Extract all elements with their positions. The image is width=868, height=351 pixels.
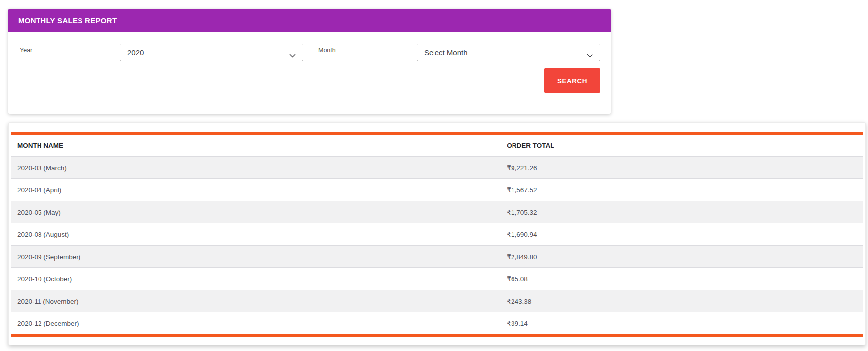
table-row: 2020-09 (September) ₹2,849.80 bbox=[11, 246, 863, 268]
year-label: Year bbox=[20, 47, 32, 54]
sales-table-body: 2020-03 (March) ₹9,221.26 2020-04 (April… bbox=[11, 157, 863, 336]
order-total-cell: ₹1,690.94 bbox=[501, 223, 863, 246]
year-select[interactable]: 2020 bbox=[120, 44, 303, 61]
table-row: 2020-03 (March) ₹9,221.26 bbox=[11, 157, 863, 179]
month-name-cell: 2020-12 (December) bbox=[11, 312, 501, 336]
monthly-sales-report-card: MONTHLY SALES REPORT Year 2020 Month Sel… bbox=[8, 9, 611, 114]
order-total-cell: ₹9,221.26 bbox=[501, 157, 863, 179]
table-row: 2020-10 (October) ₹65.08 bbox=[11, 268, 863, 290]
sales-table-header: MONTH NAME ORDER TOTAL bbox=[11, 134, 863, 157]
order-total-cell: ₹65.08 bbox=[501, 268, 863, 290]
order-total-cell: ₹1,567.52 bbox=[501, 179, 863, 201]
month-name-cell: 2020-10 (October) bbox=[11, 268, 501, 290]
search-button[interactable]: SEARCH bbox=[544, 68, 600, 93]
table-row: 2020-05 (May) ₹1,705.32 bbox=[11, 201, 863, 223]
order-total-cell: ₹1,705.32 bbox=[501, 201, 863, 223]
column-header-order-total: ORDER TOTAL bbox=[501, 134, 863, 157]
sales-report-table-card: MONTH NAME ORDER TOTAL 2020-03 (March) ₹… bbox=[8, 122, 866, 345]
table-row: 2020-11 (November) ₹243.38 bbox=[11, 290, 863, 312]
order-total-cell: ₹2,849.80 bbox=[501, 246, 863, 268]
chevron-down-icon bbox=[587, 51, 593, 59]
month-name-cell: 2020-11 (November) bbox=[11, 290, 501, 312]
order-total-cell: ₹243.38 bbox=[501, 290, 863, 312]
table-row: 2020-04 (April) ₹1,567.52 bbox=[11, 179, 863, 201]
month-name-cell: 2020-09 (September) bbox=[11, 246, 501, 268]
table-row: 2020-08 (August) ₹1,690.94 bbox=[11, 223, 863, 246]
report-title-bar: MONTHLY SALES REPORT bbox=[8, 9, 611, 32]
report-title: MONTHLY SALES REPORT bbox=[18, 16, 117, 25]
chevron-down-icon bbox=[289, 51, 296, 59]
month-name-cell: 2020-08 (August) bbox=[11, 223, 501, 246]
month-name-cell: 2020-03 (March) bbox=[11, 157, 501, 179]
month-label: Month bbox=[318, 47, 336, 54]
month-name-cell: 2020-05 (May) bbox=[11, 201, 501, 223]
sales-table: MONTH NAME ORDER TOTAL 2020-03 (March) ₹… bbox=[11, 132, 863, 337]
order-total-cell: ₹39.14 bbox=[501, 312, 863, 336]
month-select-value: Select Month bbox=[424, 48, 468, 57]
month-name-cell: 2020-04 (April) bbox=[11, 179, 501, 201]
column-header-month-name: MONTH NAME bbox=[11, 134, 501, 157]
table-row: 2020-12 (December) ₹39.14 bbox=[11, 312, 863, 336]
month-select[interactable]: Select Month bbox=[417, 44, 600, 61]
year-select-value: 2020 bbox=[127, 48, 144, 57]
